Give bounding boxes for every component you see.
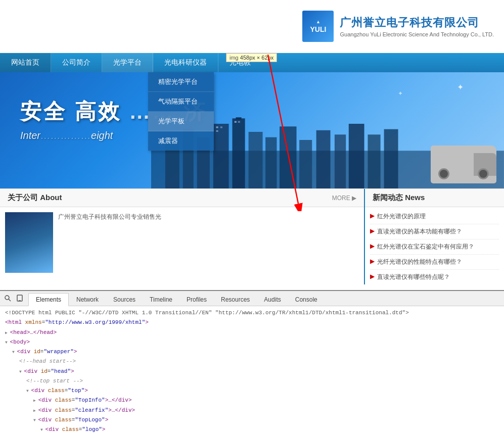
news-section: 新闻动态 News ▶ 红外光谱仪的原理 ▶ 直读光谱仪的基本功能有哪些？ ▶ … [365, 189, 504, 284]
svg-rect-25 [17, 295, 22, 301]
code-wrapper-open[interactable]: ▼ <div id="wrapper"> [5, 347, 499, 357]
tab-elements[interactable]: Elements [28, 293, 69, 306]
hero-banner: ✦ ✦ 安全 高效 …… 济 Inter……………eight [0, 72, 504, 188]
news-item-3[interactable]: ▶ 红外光谱仪在宝石鉴定中有何应用？ [370, 239, 499, 255]
news-list: ▶ 红外光谱仪的原理 ▶ 直读光谱仪的基本功能有哪些？ ▶ 红外光谱仪在宝石鉴定… [365, 207, 504, 284]
about-image [5, 212, 53, 273]
logo-icon: ▲ YULI [302, 11, 334, 42]
tab-audits[interactable]: Audits [257, 294, 288, 306]
about-more[interactable]: MORE ▶ [332, 195, 356, 202]
devtools-inspect-icon[interactable] [2, 293, 13, 304]
news-title: 新闻动态 News [373, 193, 425, 202]
code-logo-div-open[interactable]: ▼ <div class="logo"> [5, 425, 499, 434]
devtools-code-area: <!DOCTYPE html PUBLIC "-//W3C//DTD XHTML… [0, 306, 504, 434]
devtools-tabbar: Elements Network Sources Timeline Profil… [0, 291, 504, 306]
hero-subtitle: Inter……………eight [20, 130, 504, 141]
nav-optics[interactable]: 光学平台 [102, 53, 153, 72]
svg-rect-10 [299, 140, 312, 188]
news-item-1[interactable]: ▶ 红外光谱仪的原理 [370, 209, 499, 224]
tab-console[interactable]: Console [288, 294, 325, 306]
news-bullet-4: ▶ [370, 258, 375, 265]
devtools-device-icon[interactable] [14, 293, 25, 304]
news-header: 新闻动态 News [365, 189, 504, 207]
news-bullet-2: ▶ [370, 227, 375, 234]
logo-text: 广州誉立电子科技有限公司 Guangzhou YuLi Electronic S… [340, 15, 494, 37]
code-head-collapsed[interactable]: ▶ <head>…</head> [5, 328, 499, 337]
dropdown-item-3[interactable]: 光学平板 [148, 112, 214, 131]
svg-point-23 [5, 296, 9, 300]
tab-sources[interactable]: Sources [106, 294, 143, 306]
site-header: ▲ YULI 广州誉立电子科技有限公司 Guangzhou YuLi Elect… [0, 0, 504, 53]
code-comment-top-start: <!--top start --> [5, 376, 499, 386]
svg-rect-14 [368, 134, 381, 188]
about-body: 广州誉立电子科技有限公司专业销售光 [0, 207, 364, 278]
logo-cn: 广州誉立电子科技有限公司 [340, 15, 494, 30]
svg-rect-12 [335, 134, 346, 188]
tab-profiles[interactable]: Profiles [179, 294, 214, 306]
nav-dropdown: 精密光学平台 气动隔振平台 光学平板 减震器 [148, 72, 214, 151]
code-clearfix-collapsed[interactable]: ▶ <div class="clearfix">…</div> [5, 406, 499, 415]
news-item-2[interactable]: ▶ 直读光谱仪的基本功能有哪些？ [370, 224, 499, 239]
img-tooltip: img 458px × 62px [226, 53, 277, 62]
dropdown-item-1[interactable]: 精密光学平台 [148, 72, 214, 92]
website-container: ▲ YULI 广州誉立电子科技有限公司 Guangzhou YuLi Elect… [0, 0, 504, 290]
hero-text: 安全 高效 …… 济 Inter……………eight [0, 72, 504, 141]
news-bullet-3: ▶ [370, 243, 375, 250]
logo-en: Guangzhou YuLi Electronic Science And Te… [340, 31, 494, 37]
code-topinfo-collapsed[interactable]: ▶ <div class="TopInfo">…</div> [5, 396, 499, 405]
logo-area: ▲ YULI 广州誉立电子科技有限公司 Guangzhou YuLi Elect… [302, 11, 494, 42]
code-comment-head-start: <!--head start--> [5, 357, 499, 366]
devtools-panel: Elements Network Sources Timeline Profil… [0, 290, 504, 434]
about-header: 关于公司 About MORE ▶ [0, 189, 364, 207]
hero-title: 安全 高效 …… 济 [20, 98, 504, 126]
news-item-4[interactable]: ▶ 光纤光谱仪的性能特点有哪些？ [370, 255, 499, 270]
tab-network[interactable]: Network [69, 293, 106, 306]
code-div-top-open[interactable]: ▼ <div class="top"> [5, 386, 499, 396]
tooltip-dimensions: 458px × 62px [240, 55, 273, 61]
nav-home[interactable]: 网站首页 [0, 53, 51, 72]
code-toplogo-open[interactable]: ▼ <div class="TopLogo"> [5, 415, 499, 425]
code-body-open[interactable]: ▼ <body> [5, 337, 499, 347]
nav-instruments[interactable]: 光电科研仪器 [153, 53, 218, 72]
about-section: 关于公司 About MORE ▶ 广州誉立电子科技有限公司专业销售光 [0, 189, 365, 284]
news-bullet-5: ▶ [370, 273, 375, 280]
nav-about[interactable]: 公司简介 [51, 53, 102, 72]
about-text: 广州誉立电子科技有限公司专业销售光 [58, 212, 161, 273]
tab-timeline[interactable]: Timeline [143, 294, 179, 306]
svg-line-24 [9, 299, 11, 301]
dropdown-item-4[interactable]: 减震器 [148, 131, 214, 151]
code-div-head-open[interactable]: ▼ <div id="head"> [5, 367, 499, 376]
content-section: 关于公司 About MORE ▶ 广州誉立电子科技有限公司专业销售光 新闻动态… [0, 188, 504, 284]
code-html: <html xmlns="http://www.w3.org/1999/xhtm… [5, 318, 499, 327]
tab-resources[interactable]: Resources [214, 294, 257, 306]
code-doctype: <!DOCTYPE html PUBLIC "-//W3C//DTD XHTML… [5, 308, 499, 318]
about-title: 关于公司 About [8, 193, 62, 203]
news-item-5[interactable]: ▶ 直读光谱仪有哪些特点呢？ [370, 270, 499, 284]
hero-truck [431, 146, 496, 183]
news-bullet: ▶ [370, 212, 375, 219]
svg-rect-8 [265, 137, 277, 188]
dropdown-item-2[interactable]: 气动隔振平台 [148, 92, 214, 112]
